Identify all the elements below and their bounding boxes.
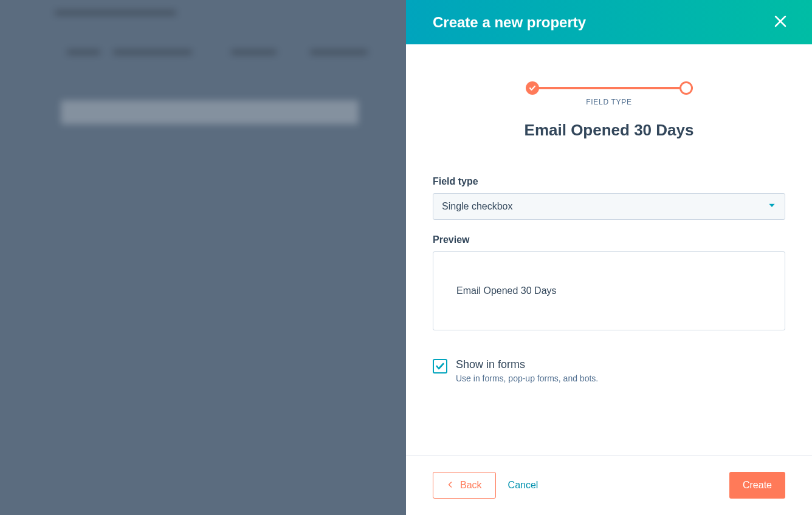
step-label: FIELD TYPE: [586, 98, 631, 106]
back-button-label: Back: [460, 480, 482, 491]
caret-down-icon: [768, 201, 776, 212]
show-in-forms-description: Use in forms, pop-up forms, and bots.: [456, 373, 598, 383]
field-type-selected-value: Single checkbox: [442, 201, 513, 212]
step-completed-icon: [526, 81, 539, 95]
show-in-forms-checkbox[interactable]: [433, 359, 447, 373]
close-icon: [773, 14, 788, 30]
back-button[interactable]: Back: [433, 472, 496, 499]
chevron-left-icon: [447, 480, 454, 491]
field-type-select[interactable]: Single checkbox: [433, 193, 785, 220]
property-name-heading: Email Opened 30 Days: [525, 121, 694, 140]
preview-label: Preview: [433, 234, 785, 245]
panel-header: Create a new property: [406, 0, 812, 44]
step-current-icon: [680, 81, 693, 95]
panel-body: FIELD TYPE Email Opened 30 Days Field ty…: [406, 44, 812, 455]
panel-title: Create a new property: [433, 14, 586, 31]
field-type-section: Field type Single checkbox: [433, 176, 785, 220]
create-property-panel: Create a new property FIELD TYPE Ema: [406, 0, 812, 515]
create-button[interactable]: Create: [729, 472, 785, 499]
cancel-button[interactable]: Cancel: [508, 480, 538, 491]
panel-footer: Back Cancel Create: [406, 455, 812, 515]
preview-checkbox-label: Email Opened 30 Days: [456, 285, 557, 296]
show-in-forms-row: Show in forms Use in forms, pop-up forms…: [433, 358, 785, 383]
preview-section: Preview Email Opened 30 Days: [433, 234, 785, 330]
progress-stepper: FIELD TYPE Email Opened 30 Days: [433, 87, 785, 140]
show-in-forms-label: Show in forms: [456, 358, 598, 371]
field-type-label: Field type: [433, 176, 785, 187]
preview-box: Email Opened 30 Days: [433, 251, 785, 330]
close-button[interactable]: [771, 12, 790, 33]
